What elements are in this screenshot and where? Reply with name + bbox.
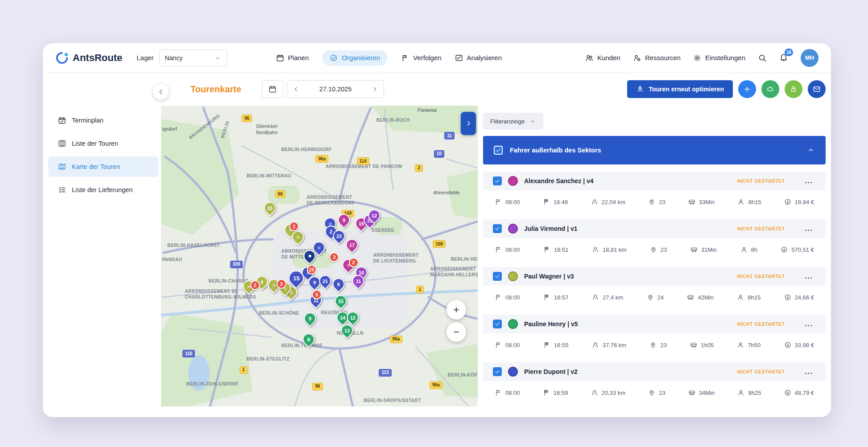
nav-verfolgen[interactable]: Verfolgen (401, 54, 441, 62)
sector-section-header[interactable]: Fahrer außerhalb des Sektors (483, 136, 826, 164)
gear-icon (693, 54, 701, 62)
start-time-stat: 08:00 (495, 198, 520, 205)
road-number-badge: 96 (312, 383, 322, 390)
map-cluster-badge[interactable]: 2 (349, 258, 359, 267)
driver-status-badge: NICHT GESTARTET (737, 321, 785, 327)
map-area-label: BERLIN-ZEHLENDORF (186, 381, 239, 387)
sidebar-item-label: Terminplan (72, 117, 103, 124)
driver-status-badge: NICHT GESTARTET (737, 274, 785, 279)
avatar[interactable]: MH (801, 49, 818, 67)
shift-duration-stat: 8h (740, 246, 757, 253)
nav-analysieren[interactable]: Analysieren (455, 54, 502, 62)
search-icon[interactable] (758, 53, 767, 62)
road-number-badge: 96a (315, 155, 328, 163)
driver-checkbox[interactable] (493, 224, 502, 233)
map-pin[interactable]: 9 (302, 310, 318, 327)
reoptimize-tours-button[interactable]: Touren erneut optimieren (627, 80, 733, 98)
notifications-button[interactable]: 16 (779, 53, 788, 63)
sidebar-item-liste-der-lieferungen[interactable]: Liste der Lieferungen (48, 180, 158, 200)
brand-name: AntsRoute (73, 52, 122, 64)
app-window: AntsRoute Lager Nancy Planen Organisiere… (43, 43, 831, 417)
driver-more-button[interactable]: ... (805, 180, 813, 182)
road-number-badge: 96 (275, 190, 285, 198)
section-collapse-button[interactable] (807, 146, 815, 154)
sidebar-item-terminplan[interactable]: Terminplan (48, 110, 158, 131)
driver-more-button[interactable]: ... (805, 275, 813, 278)
driver-name: Pauline Henry | v5 (524, 320, 578, 328)
nav-kunden[interactable]: Kunden (585, 54, 620, 62)
lock-button[interactable] (785, 80, 802, 98)
nav-kunden-label: Kunden (597, 54, 620, 62)
map-pin[interactable]: 21 (317, 272, 334, 289)
driver-header-row[interactable]: Alexandre Sanchez | v4 NICHT GESTARTET .… (483, 172, 826, 190)
filter-display-dropdown[interactable]: Filteranzeige (483, 113, 543, 130)
main-nav: Planen Organisieren Verfolgen Analysiere… (276, 50, 502, 66)
road-number-badge: 113 (379, 369, 391, 377)
driver-checkbox[interactable] (493, 176, 502, 185)
date-box: 27.10.2025 (287, 80, 384, 98)
map-cluster-badge[interactable]: 3 (329, 252, 339, 262)
map-pin-icon (648, 389, 655, 396)
road-number-badge: 114 (357, 157, 369, 165)
sidebar-item-karte-der-touren[interactable]: Karte der Touren (48, 156, 158, 177)
map-cluster-badge[interactable]: 3 (277, 279, 286, 289)
map-pin[interactable]: 15 (261, 199, 278, 216)
map-pin[interactable]: 15 (332, 292, 349, 309)
map-pin[interactable]: 6 (330, 276, 347, 293)
body-row: Terminplan Liste der Touren Karte der To… (43, 73, 831, 417)
van-icon (688, 389, 695, 396)
driver-color-dot (508, 367, 518, 377)
map-expand-button[interactable] (461, 112, 476, 135)
sidebar-item-liste-der-touren[interactable]: Liste der Touren (48, 133, 158, 154)
add-button[interactable] (738, 80, 756, 98)
stops-stat: 23 (648, 198, 665, 205)
driver-stats-row: 08:00 16:55 37,76 km 23 1h05 7h50 33,98 … (483, 333, 826, 357)
plus-icon (743, 85, 751, 93)
map-area-label: ARRONDISSEMENT DE REINICKENDORF (307, 194, 355, 206)
driver-more-button[interactable]: ... (805, 323, 813, 325)
driver-more-button[interactable]: ... (805, 370, 813, 373)
sync-button[interactable] (761, 80, 779, 98)
zoom-in-button[interactable]: + (446, 300, 466, 320)
driver-checkbox[interactable] (493, 272, 502, 281)
map-cluster-badge[interactable]: 2 (250, 280, 260, 290)
driver-more-button[interactable]: ... (805, 227, 813, 230)
zoom-out-button[interactable]: − (446, 322, 466, 342)
warehouse-dropdown[interactable]: Nancy (159, 49, 227, 66)
driver-card: Pierre Dupont | v2 NICHT GESTARTET ... 0… (483, 362, 826, 404)
map-cluster-badge[interactable]: 2 (289, 221, 299, 231)
download-cost-icon (784, 198, 791, 205)
calendar-picker-button[interactable] (262, 80, 283, 98)
previous-day-button[interactable] (293, 86, 300, 93)
sidebar-collapse-button[interactable] (153, 84, 169, 100)
tour-map[interactable]: PanketalBRANDENBURGBERLINGlienicke/ Nord… (161, 106, 478, 406)
start-time-stat: 08:00 (495, 246, 520, 253)
person-icon (737, 294, 744, 301)
map-pin[interactable]: 17 (343, 236, 360, 253)
driver-card: Julia Virmond | v1 NICHT GESTARTET ... 0… (483, 219, 826, 261)
driver-checkbox[interactable] (493, 367, 502, 376)
nav-planen[interactable]: Planen (276, 54, 309, 62)
driver-header-row[interactable]: Paul Wagner | v3 NICHT GESTARTET ... (483, 267, 826, 286)
driver-header-row[interactable]: Pauline Henry | v5 NICHT GESTARTET ... (483, 315, 826, 333)
stops-stat: 23 (650, 246, 667, 253)
road-icon (592, 341, 599, 349)
section-checkbox[interactable] (494, 146, 503, 155)
brand-logo[interactable]: AntsRoute (55, 51, 122, 65)
map-icon (58, 163, 66, 171)
mail-button[interactable] (808, 80, 826, 98)
map-pin-icon (649, 341, 657, 349)
nav-einstellungen[interactable]: Einstellungen (693, 54, 745, 62)
driver-header-row[interactable]: Julia Virmond | v1 NICHT GESTARTET ... (483, 219, 826, 238)
driver-header-row[interactable]: Pierre Dupont | v2 NICHT GESTARTET ... (483, 362, 826, 381)
driver-card: Alexandre Sanchez | v4 NICHT GESTARTET .… (483, 172, 826, 213)
shift-duration-stat: 8h15 (737, 198, 761, 205)
driver-checkbox[interactable] (493, 320, 502, 328)
map-cluster-badge[interactable]: 5 (312, 290, 322, 299)
nav-organisieren[interactable]: Organisieren (322, 50, 388, 66)
next-day-button[interactable] (371, 86, 378, 93)
map-cluster-badge[interactable]: 25 (307, 265, 317, 275)
driver-color-dot (508, 319, 518, 329)
nav-ressourcen[interactable]: Ressourcen (633, 54, 681, 62)
nav-analysieren-label: Analysieren (467, 54, 502, 62)
